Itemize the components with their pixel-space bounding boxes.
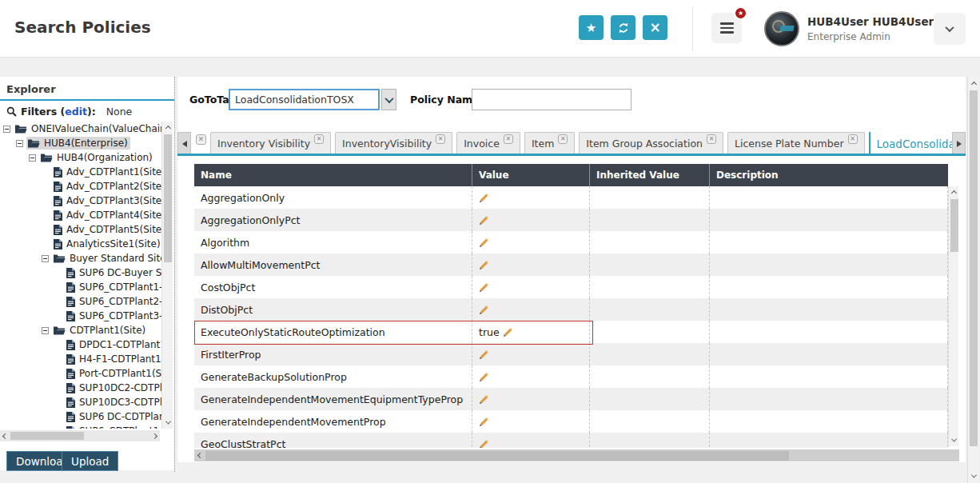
tree-hscroll-thumb[interactable] — [10, 432, 84, 440]
edit-pencil-icon[interactable] — [479, 371, 490, 382]
tree-item-folder[interactable]: Buyer Standard Site1(Si — [0, 251, 161, 265]
upload-button[interactable]: Upload — [62, 451, 118, 471]
user-avatar[interactable] — [764, 11, 799, 46]
edit-pencil-icon[interactable] — [479, 304, 490, 315]
edit-pencil-icon[interactable] — [479, 349, 490, 360]
gototab-caret-button[interactable] — [381, 89, 396, 110]
edit-pencil-icon[interactable] — [503, 326, 514, 337]
menu-button[interactable]: ★ — [711, 13, 742, 43]
scroll-up-arrow[interactable] — [968, 79, 979, 89]
scroll-up-arrow[interactable] — [949, 188, 959, 198]
table-row[interactable]: GenerateIndependentMovementProp — [194, 410, 948, 433]
collapse-icon[interactable] — [29, 154, 36, 162]
collapse-icon[interactable] — [42, 327, 49, 334]
favorite-button[interactable]: ★ — [579, 15, 604, 40]
table-row[interactable]: FirstIterProp — [194, 343, 948, 365]
table-row[interactable]: AggregationOnly — [194, 186, 948, 209]
tab-close-icon[interactable]: ✕ — [558, 134, 568, 144]
tab-close-icon[interactable]: ✕ — [504, 134, 513, 144]
close-button[interactable]: × — [643, 15, 667, 40]
tab[interactable]: License Plate Number ✕ — [727, 132, 865, 154]
tree-item-document[interactable]: SUP6_CDTPlant2-Bu — [0, 294, 161, 309]
tab-close-icon[interactable]: ✕ — [848, 134, 858, 144]
tree-item-document[interactable]: SUP10DC3-CDTPlan — [0, 395, 161, 409]
tree-item-document[interactable]: Adv_CDTPlant2(Site) — [0, 179, 161, 194]
tabs-scroll-right-button[interactable] — [952, 132, 966, 156]
policy-name-input[interactable] — [472, 89, 631, 110]
collapse-icon[interactable] — [16, 140, 23, 147]
tree-item-document[interactable]: SUP6 DC-CDTPlant1 — [0, 409, 161, 424]
tree-item-document[interactable]: SUP6_CDTPlant1-Bu — [0, 280, 161, 294]
tab-close-icon[interactable]: ✕ — [436, 134, 445, 144]
tree-item-document[interactable]: DPDC1-CDTPlant1(S — [0, 337, 161, 352]
table-row[interactable]: Algorithm — [194, 231, 948, 253]
edit-pencil-icon[interactable] — [479, 438, 490, 448]
edit-pencil-icon[interactable] — [479, 393, 490, 405]
refresh-button[interactable] — [611, 15, 635, 40]
table-row[interactable]: GenerateIndependentMovementEquipmentType… — [194, 388, 948, 410]
tree-item-document[interactable]: Adv_CDTPlant3(Site) — [0, 194, 161, 208]
tree-item-document[interactable]: SUP6 DC-Buyer Star — [0, 265, 161, 280]
scroll-right-arrow[interactable] — [150, 430, 159, 441]
tab[interactable]: LoadConsolidationTOSX — [869, 132, 966, 156]
tree-item-document[interactable]: SUP6_CDTPlant1-CD — [0, 424, 161, 429]
tree-item-document[interactable]: SUP6_CDTPlant3-Bu — [0, 309, 161, 323]
tree-item-document[interactable]: Adv_CDTPlant4(Site) — [0, 208, 161, 222]
page-scroll-thumb[interactable] — [970, 90, 978, 446]
user-menu-button[interactable] — [934, 13, 966, 45]
tab[interactable]: Item ✕ — [524, 132, 575, 154]
tab[interactable]: Invoice ✕ — [456, 132, 520, 154]
tree-item-folder[interactable]: HUB4(Enterprise) — [0, 136, 161, 150]
tree-item-folder[interactable]: ONEIValueChain(ValueChain) — [0, 122, 161, 136]
scroll-down-arrow[interactable] — [949, 435, 959, 445]
table-horizontal-scrollbar[interactable] — [194, 449, 959, 461]
tree-vertical-scrollbar[interactable] — [161, 122, 173, 429]
tree-item-document[interactable]: H4-F1-CDTPlant1(Sit — [0, 352, 161, 366]
edit-pencil-icon[interactable] — [479, 214, 490, 226]
tab[interactable]: Item Group Association ✕ — [579, 132, 723, 154]
edit-pencil-icon[interactable] — [479, 416, 490, 427]
table-row[interactable]: DistObjPct — [194, 298, 948, 321]
table-row[interactable]: GenerateBackupSolutionProp — [194, 365, 948, 388]
table-row[interactable]: AllowMultiMovementPct — [194, 253, 948, 276]
tree-item-document[interactable]: Adv_CDTPlant5(Site) — [0, 222, 161, 237]
column-header-value[interactable]: Value — [472, 164, 589, 186]
tabs-scroll-left-button[interactable] — [177, 132, 191, 156]
close-all-tabs-icon[interactable]: ✕ — [196, 134, 206, 145]
scroll-down-arrow[interactable] — [162, 417, 173, 427]
scroll-down-arrow[interactable] — [968, 471, 979, 481]
table-row[interactable]: AggregationOnlyPct — [194, 209, 948, 231]
tab[interactable]: Inventory Visibility ✕ — [210, 132, 331, 154]
edit-pencil-icon[interactable] — [479, 192, 490, 203]
column-header-inherited-value[interactable]: Inherited Value — [589, 164, 709, 186]
column-header-name[interactable]: Name — [194, 164, 472, 186]
column-header-description[interactable]: Description — [709, 164, 948, 186]
tree-item-document[interactable]: Port-CDTPlant1(Site — [0, 366, 161, 381]
table-row[interactable]: ExecuteOnlyStaticRouteOptimization true — [194, 321, 948, 343]
edit-pencil-icon[interactable] — [479, 237, 490, 248]
tree-item-document[interactable]: SUP10DC2-CDTPlan — [0, 381, 161, 395]
collapse-icon[interactable] — [42, 255, 49, 262]
tree-item-folder[interactable]: CDTPlant1(Site) — [0, 323, 161, 337]
page-vertical-scrollbar[interactable] — [967, 77, 978, 483]
scroll-up-arrow[interactable] — [162, 123, 173, 133]
table-hscroll-thumb[interactable] — [205, 451, 789, 461]
tab-close-icon[interactable]: ✕ — [314, 134, 324, 144]
edit-pencil-icon[interactable] — [479, 259, 490, 270]
scroll-left-arrow[interactable] — [195, 449, 205, 461]
filters-edit-link[interactable]: edit — [65, 106, 87, 118]
tab[interactable]: InventoryVisibility ✕ — [335, 132, 452, 154]
tree-item-document[interactable]: AnalyticsSite1(Site) — [0, 237, 161, 251]
tree-item-folder[interactable]: HUB4(Organization) — [0, 150, 161, 165]
table-row[interactable]: CostObjPct — [194, 276, 948, 298]
tree-horizontal-scrollbar[interactable] — [0, 430, 160, 441]
scroll-left-arrow[interactable] — [1, 430, 10, 441]
table-vertical-scrollbar[interactable] — [948, 186, 958, 446]
table-scroll-thumb[interactable] — [950, 199, 958, 252]
edit-pencil-icon[interactable] — [479, 281, 490, 293]
table-row[interactable]: GeoClustStratPct — [194, 433, 948, 448]
collapse-icon[interactable] — [3, 126, 10, 133]
tree-item-document[interactable]: Adv_CDTPlant1(Site) — [0, 165, 161, 179]
tab-close-icon[interactable]: ✕ — [707, 134, 716, 144]
gototab-dropdown[interactable]: LoadConsolidationTOSX — [229, 89, 380, 110]
